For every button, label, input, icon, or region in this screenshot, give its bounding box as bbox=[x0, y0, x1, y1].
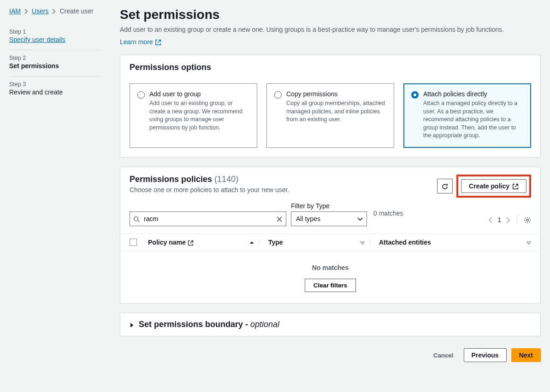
policies-count: (1140) bbox=[214, 175, 238, 184]
permissions-policies-panel: Permissions policies (1140) Choose one o… bbox=[120, 167, 541, 304]
page-next-button[interactable] bbox=[506, 216, 510, 223]
matches-count: 0 matches bbox=[373, 210, 403, 217]
step-1-title[interactable]: Specify user details bbox=[9, 36, 65, 43]
col-policy-name-label: Policy name bbox=[148, 239, 186, 246]
option-attach-policies-desc: Attach a managed policy directly to a us… bbox=[423, 99, 523, 140]
sort-asc-icon bbox=[249, 239, 254, 246]
settings-button[interactable] bbox=[524, 216, 531, 223]
divider bbox=[517, 215, 517, 224]
caret-right-icon bbox=[130, 321, 134, 328]
cancel-button[interactable]: Cancel bbox=[428, 348, 459, 362]
option-add-to-group-desc: Add user to an existing group, or create… bbox=[149, 99, 249, 132]
step-2-label: Step 2 bbox=[9, 55, 101, 61]
breadcrumb-current: Create user bbox=[59, 7, 93, 15]
previous-button[interactable]: Previous bbox=[464, 348, 507, 362]
page-prev-button[interactable] bbox=[488, 216, 493, 223]
option-add-to-group[interactable]: Add user to group Add user to an existin… bbox=[130, 83, 257, 148]
col-type-label: Type bbox=[268, 239, 283, 246]
chevron-right-icon bbox=[24, 7, 28, 15]
option-attach-policies-title: Attach policies directly bbox=[423, 90, 523, 98]
col-attached-label: Attached entities bbox=[379, 239, 431, 246]
no-matches-text: No matches bbox=[120, 264, 540, 271]
filter-type-label: Filter by Type bbox=[291, 202, 367, 210]
radio-icon bbox=[274, 91, 282, 99]
wizard-footer: Cancel Previous Next bbox=[120, 345, 541, 362]
type-filter-select[interactable]: All types bbox=[291, 211, 367, 226]
policies-table-header: Policy name Type Attached entities bbox=[120, 234, 540, 251]
svg-point-1 bbox=[526, 219, 528, 221]
refresh-icon bbox=[441, 182, 449, 190]
sort-desc-icon bbox=[360, 239, 365, 246]
empty-state: No matches Clear filters bbox=[120, 251, 540, 303]
wizard-steps: Step 1 Specify user details Step 2 Set p… bbox=[9, 24, 101, 102]
refresh-button[interactable] bbox=[437, 179, 453, 193]
chevron-right-icon bbox=[52, 7, 56, 15]
option-copy-permissions-desc: Copy all group memberships, attached man… bbox=[286, 99, 386, 124]
boundary-optional-text: optional bbox=[250, 320, 279, 329]
option-copy-permissions[interactable]: Copy permissions Copy all group membersh… bbox=[266, 83, 394, 148]
step-1-label: Step 1 bbox=[9, 29, 101, 35]
step-3-label: Step 3 bbox=[9, 81, 101, 88]
col-type[interactable]: Type bbox=[259, 239, 365, 246]
create-policy-label: Create policy bbox=[469, 182, 509, 190]
policies-title-text: Permissions policies bbox=[130, 175, 212, 184]
svg-point-0 bbox=[134, 217, 138, 221]
sort-desc-icon bbox=[526, 239, 531, 246]
boundary-title: Set permissions boundary - optional bbox=[139, 320, 279, 329]
external-link-icon bbox=[512, 182, 519, 190]
search-icon bbox=[133, 215, 140, 222]
radio-icon bbox=[411, 91, 419, 99]
option-add-to-group-title: Add user to group bbox=[149, 90, 249, 98]
next-button[interactable]: Next bbox=[511, 348, 541, 362]
policy-search-input[interactable] bbox=[130, 211, 286, 226]
breadcrumb-users[interactable]: Users bbox=[32, 7, 49, 15]
external-link-icon bbox=[188, 239, 194, 246]
step-3: Step 3 Review and create bbox=[9, 76, 101, 102]
col-attached-entities[interactable]: Attached entities bbox=[369, 239, 531, 246]
col-policy-name[interactable]: Policy name bbox=[148, 239, 254, 246]
select-all-checkbox[interactable] bbox=[130, 239, 143, 246]
pagination: 1 bbox=[488, 215, 531, 224]
learn-more-link[interactable]: Learn more bbox=[120, 38, 161, 46]
permissions-options-title: Permissions options bbox=[130, 63, 531, 72]
radio-icon bbox=[137, 91, 145, 99]
page-title: Set permissions bbox=[120, 7, 541, 22]
learn-more-text: Learn more bbox=[120, 38, 153, 46]
external-link-icon bbox=[155, 38, 161, 46]
page-description: Add user to an existing group or create … bbox=[120, 25, 541, 35]
caret-down-icon bbox=[357, 215, 363, 222]
step-1[interactable]: Step 1 Specify user details bbox=[9, 24, 101, 50]
page-number: 1 bbox=[497, 216, 501, 223]
create-policy-button[interactable]: Create policy bbox=[461, 179, 526, 193]
breadcrumb: IAM Users Create user bbox=[9, 7, 101, 15]
breadcrumb-iam[interactable]: IAM bbox=[9, 7, 21, 15]
option-copy-permissions-title: Copy permissions bbox=[286, 90, 386, 98]
type-filter-value: All types bbox=[296, 215, 320, 222]
step-2-title: Set permissions bbox=[9, 62, 101, 70]
step-3-title: Review and create bbox=[9, 88, 101, 96]
option-attach-policies[interactable]: Attach policies directly Attach a manage… bbox=[403, 83, 531, 148]
permissions-options-panel: Permissions options Add user to group Ad… bbox=[120, 55, 541, 158]
clear-filters-button[interactable]: Clear filters bbox=[305, 279, 356, 292]
policies-title: Permissions policies (1140) bbox=[130, 175, 238, 184]
step-2: Step 2 Set permissions bbox=[9, 50, 101, 76]
create-policy-highlight: Create policy bbox=[456, 175, 531, 198]
policy-search bbox=[130, 211, 286, 226]
clear-search-icon[interactable] bbox=[276, 215, 283, 222]
permissions-boundary-toggle[interactable]: Set permissions boundary - optional bbox=[120, 313, 541, 336]
policies-subtext: Choose one or more policies to attach to… bbox=[130, 186, 289, 193]
